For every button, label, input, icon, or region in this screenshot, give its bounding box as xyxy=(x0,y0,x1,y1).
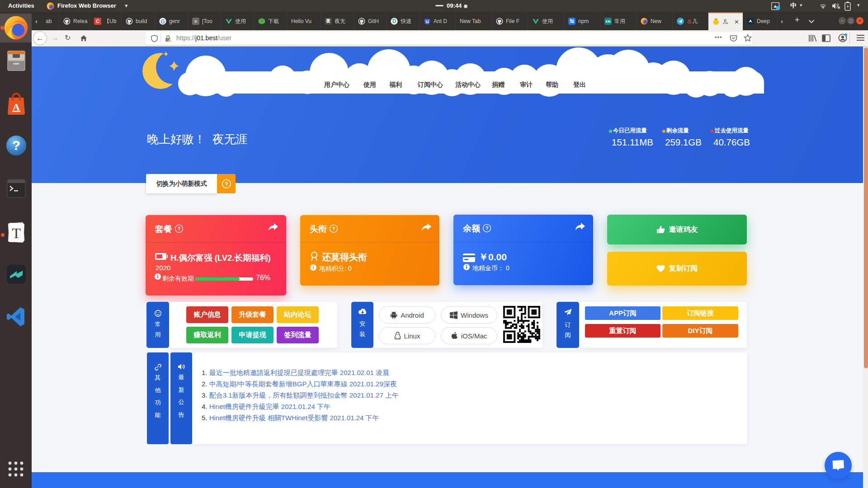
svg-text:?: ? xyxy=(225,181,228,187)
svg-text:G: G xyxy=(160,18,165,25)
svg-text:U: U xyxy=(426,19,429,24)
svg-text:?: ? xyxy=(486,225,489,231)
svg-text:T: T xyxy=(12,225,21,241)
svg-text:D: D xyxy=(392,18,396,24)
svg-text:?: ? xyxy=(12,138,20,153)
svg-text:?: ? xyxy=(332,226,335,231)
svg-text:?: ? xyxy=(178,226,181,231)
